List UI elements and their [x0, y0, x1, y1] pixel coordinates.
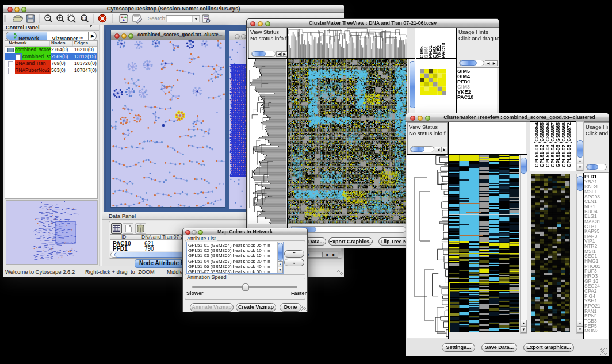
svg-text:Search:: Search:: [148, 15, 167, 21]
svg-text:1:1: 1:1: [82, 17, 86, 20]
